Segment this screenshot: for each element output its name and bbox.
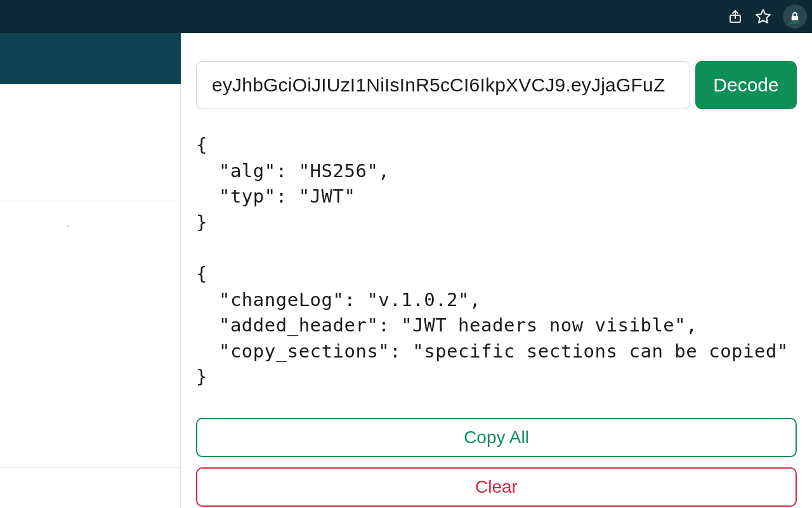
svg-rect-2 (792, 16, 799, 20)
clear-button[interactable]: Clear (196, 467, 797, 507)
svg-marker-1 (756, 10, 770, 23)
divider (0, 201, 180, 201)
jwt-badge-label: JWT (790, 20, 800, 25)
decoded-output: { "alg": "HS256", "typ": "JWT" } { "chan… (196, 132, 797, 390)
divider (0, 467, 180, 468)
jwt-extension-icon[interactable]: JWT (783, 4, 807, 29)
decorative-dot (67, 225, 69, 227)
jwt-decoder-popup: Decode { "alg": "HS256", "typ": "JWT" } … (181, 39, 812, 508)
secondary-header-bar (0, 33, 181, 84)
background-left-pane (0, 33, 181, 508)
decode-button[interactable]: Decode (695, 61, 797, 109)
share-icon[interactable] (727, 8, 743, 25)
decoded-header-json: { "alg": "HS256", "typ": "JWT" } (196, 134, 390, 233)
copy-all-button[interactable]: Copy All (196, 418, 797, 457)
jwt-token-input[interactable] (196, 61, 690, 109)
decoded-payload-json: { "changeLog": "v.1.0.2", "added_header"… (196, 263, 789, 387)
browser-chrome: JWT (0, 0, 812, 33)
bookmark-star-icon[interactable] (755, 8, 771, 25)
input-row: Decode (196, 61, 797, 109)
